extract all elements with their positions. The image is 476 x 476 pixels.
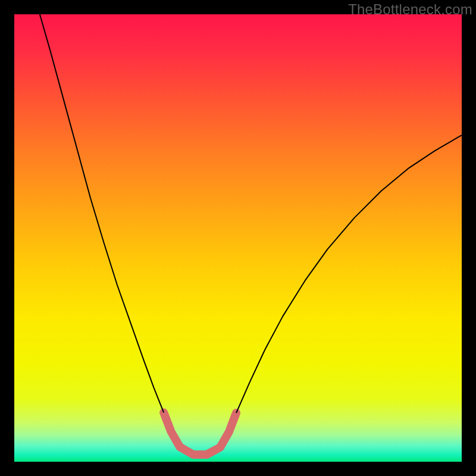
- series-right-ascent: [236, 135, 462, 413]
- series-valley-highlight: [164, 412, 236, 455]
- curve-group: [40, 14, 462, 455]
- chart-frame: TheBottleneck.com: [0, 0, 476, 476]
- plot-area: [14, 14, 462, 462]
- curves-svg: [14, 14, 462, 462]
- watermark-label: TheBottleneck.com: [348, 1, 472, 18]
- series-left-descent: [40, 14, 164, 412]
